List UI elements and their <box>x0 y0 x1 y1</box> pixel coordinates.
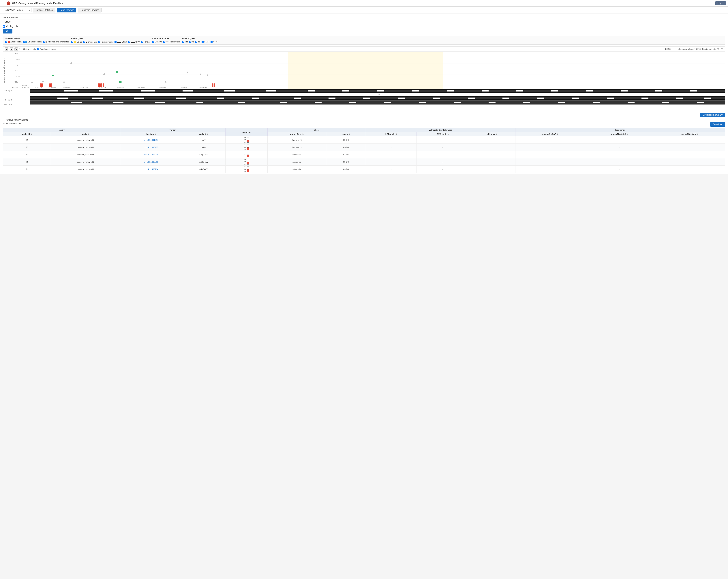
cell-rvis-rank: - <box>416 144 469 151</box>
geno-circle-bottom <box>244 155 246 157</box>
other-effect-item[interactable]: • Other <box>141 41 150 43</box>
del-checkbox[interactable] <box>195 41 197 43</box>
geno-square-filled <box>247 140 249 143</box>
location-link[interactable]: chr14:21393485 <box>144 146 158 148</box>
cnvminus-type-item[interactable]: CNV- <box>211 41 218 43</box>
dataset-select[interactable]: Hello World Dataset <box>2 8 31 12</box>
hide-transcripts-checkbox[interactable] <box>19 48 21 50</box>
location-link[interactable]: chr14:21403214 <box>144 168 158 170</box>
cnvplus-type-item[interactable]: CNV+ <box>202 41 210 43</box>
location-link[interactable]: chr14:21403019 <box>144 161 158 163</box>
sub-item[interactable]: sub <box>182 41 188 43</box>
cnvminus-type-checkbox[interactable] <box>211 41 212 43</box>
cnvminus-effect-item[interactable]: ▬▬ CNV- <box>128 41 140 43</box>
unique-family-row: Unique family variants <box>3 119 725 121</box>
nav-refresh-button[interactable]: ↻ <box>15 47 18 51</box>
go-button[interactable]: Go <box>3 29 12 33</box>
col-pli-rank[interactable]: pLI rank ⇅ <box>469 132 515 136</box>
col-lgd-rank[interactable]: LGD rank ⇅ <box>366 132 416 136</box>
cnvplus-effect-item[interactable]: ▬▬ CNV+ <box>114 41 127 43</box>
col-study[interactable]: study ⇅ <box>51 132 120 136</box>
affected-only-checkbox[interactable] <box>5 41 7 43</box>
condense-introns-checkbox[interactable] <box>37 48 39 50</box>
lgds-item[interactable]: ⭐ LGDs <box>71 41 82 43</box>
download-summary-button[interactable]: Download Summary <box>700 113 725 117</box>
location-link[interactable]: chr14:21402010 <box>144 154 158 156</box>
col-rvis-rank[interactable]: RVIS rank ⇅ <box>416 132 469 136</box>
dataset-bar: Hello World Dataset ▾ Dataset Statistics… <box>0 7 728 14</box>
coding-only-checkbox[interactable] <box>3 25 5 28</box>
synonymous-item[interactable]: ● synonymous <box>98 41 113 43</box>
hide-transcripts-label[interactable]: Hide transcripts <box>19 48 36 50</box>
cnvplus-type-checkbox[interactable] <box>202 41 204 43</box>
sub-checkbox[interactable] <box>182 41 184 43</box>
transmitted-item[interactable]: Transmitted <box>163 41 180 43</box>
svg-rect-38 <box>98 83 99 87</box>
denovo-item[interactable]: Denovo <box>152 41 162 43</box>
geno-circle <box>244 145 246 147</box>
col-family-id[interactable]: family id ⇅ <box>3 132 51 136</box>
summary-alleles: 18 / 18 <box>694 48 701 50</box>
variants-selected-row: 22 variants selected Download <box>3 122 725 127</box>
tab-dataset-statistics[interactable]: Dataset Statistics <box>33 8 55 12</box>
affected-unaffected-item[interactable]: Affected and unaffected <box>43 41 69 43</box>
synonymous-checkbox[interactable] <box>98 41 100 43</box>
cell-rvis-rank: - <box>416 136 469 144</box>
hamburger-icon[interactable]: ☰ <box>2 1 5 5</box>
col-gnomad-ac[interactable]: gnomAD v3 AC ⇅ <box>585 132 655 136</box>
effect-types-items: ⭐ LGDs ▲ missense ● synonymous ▬▬ CNV+ <box>71 41 150 43</box>
unique-family-checkbox[interactable] <box>3 119 5 121</box>
tab-genotype-browser[interactable]: Genotype Browser <box>78 8 101 12</box>
chr-label: chr14 <box>30 93 725 95</box>
other-effect-checkbox[interactable] <box>141 41 143 43</box>
col-worst-effect[interactable]: worst effect ⇅ <box>267 132 326 136</box>
cell-location: chr14:21391017 <box>120 136 182 144</box>
missense-checkbox[interactable] <box>83 41 85 43</box>
login-button[interactable]: Login <box>716 1 726 5</box>
unaffected-only-item[interactable]: Unaffected only <box>23 41 42 43</box>
cnvminus-effect-checkbox[interactable] <box>128 41 130 43</box>
missense-item[interactable]: ▲ missense <box>83 41 97 43</box>
other-effect-icon: • <box>144 41 145 43</box>
app-logo: G <box>7 1 10 5</box>
cell-genes: CHD8 <box>326 144 366 151</box>
unaffected-only-label: Unaffected only <box>28 41 42 43</box>
cnvplus-type-label: CNV+ <box>204 41 210 43</box>
synonymous-icon: ● <box>100 41 102 43</box>
cell-effect: nonsense <box>267 158 326 166</box>
ins-checkbox[interactable] <box>189 41 191 43</box>
col-gnomad-an[interactable]: gnomAD v3 AN ⇅ <box>655 132 725 136</box>
lgds-checkbox[interactable] <box>71 41 73 43</box>
variant-types-items: sub ins del CNV+ CNV- <box>182 41 218 43</box>
unaffected-only-checkbox[interactable] <box>23 41 25 43</box>
cnvplus-effect-checkbox[interactable] <box>114 41 116 43</box>
cell-family-id: f1 <box>3 151 51 158</box>
affected-unaffected-checkbox[interactable] <box>43 41 45 43</box>
col-variant[interactable]: variant ⇅ <box>182 132 226 136</box>
ins-item[interactable]: ins <box>189 41 194 43</box>
nav-right-button[interactable]: ▶ <box>10 47 13 51</box>
condense-introns-label[interactable]: Condense introns <box>37 48 55 50</box>
nav-left-button[interactable]: ◀ <box>5 47 8 51</box>
cell-genotype <box>225 166 267 173</box>
geno-square-filled <box>247 147 249 150</box>
transmitted-checkbox[interactable] <box>163 41 165 43</box>
variant-types-title: Variant Types <box>182 37 218 40</box>
track-label-2: ~8.4 kbp 3' <box>4 99 12 101</box>
affected-unaffected-label: Affected and unaffected <box>48 41 69 43</box>
location-link[interactable]: chr14:21391017 <box>144 139 158 141</box>
cell-family-id: f2 <box>3 136 51 144</box>
affected-only-item[interactable]: Affected only <box>5 41 22 43</box>
col-location[interactable]: location ⇅ <box>120 132 182 136</box>
tab-gene-browser[interactable]: Gene Browser <box>57 8 76 12</box>
denovo-checkbox[interactable] <box>152 41 154 43</box>
download-button[interactable]: Download <box>710 122 725 127</box>
cell-gnomad-an: - <box>655 158 725 166</box>
y-tick-0: 0.00000 <box>12 87 18 89</box>
cell-gnomad-an: - <box>655 166 725 173</box>
gene-input[interactable] <box>3 20 43 24</box>
col-genes[interactable]: genes ⇅ <box>326 132 366 136</box>
ins-label: ins <box>191 41 194 43</box>
del-item[interactable]: del <box>195 41 201 43</box>
col-gnomad-af[interactable]: gnomAD v3 AF ⇅ <box>516 132 585 136</box>
